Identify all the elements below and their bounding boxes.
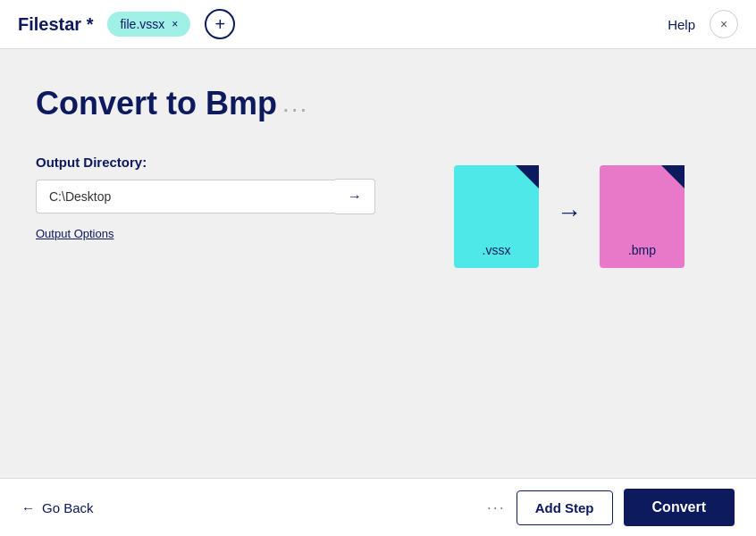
target-file-label: .bmp: [628, 243, 656, 257]
output-directory-browse-button[interactable]: →: [335, 179, 375, 214]
source-file-corner: [516, 165, 539, 188]
conversion-arrow: →: [557, 198, 582, 227]
arrow-icon: →: [557, 198, 582, 227]
target-file-corner: [661, 165, 685, 188]
main-content: Convert to Bmp ... Output Directory: → O…: [0, 49, 756, 478]
file-tab[interactable]: file.vssx ×: [107, 12, 190, 37]
add-step-button[interactable]: Add Step: [517, 490, 613, 525]
app-header: Filestar * file.vssx × + Help ×: [0, 0, 756, 49]
go-back-button[interactable]: ← Go Back: [21, 500, 94, 515]
close-icon: ×: [720, 17, 727, 31]
footer-right: ··· Add Step Convert: [487, 489, 735, 526]
go-back-label: Go Back: [42, 500, 94, 515]
output-section: Output Directory: → Output Options: [36, 155, 375, 240]
app-title: Filestar *: [18, 14, 93, 35]
footer: ← Go Back ··· Add Step Convert: [0, 478, 756, 536]
tab-close-icon[interactable]: ×: [172, 19, 178, 29]
close-button[interactable]: ×: [710, 10, 738, 38]
header-right: Help ×: [668, 10, 738, 38]
arrow-right-icon: →: [348, 188, 362, 205]
convert-button[interactable]: Convert: [624, 489, 735, 526]
tab-label: file.vssx: [120, 17, 164, 31]
header-left: Filestar * file.vssx × +: [18, 9, 235, 39]
page-title-text: Convert to Bmp: [36, 85, 277, 122]
help-link[interactable]: Help: [668, 17, 695, 32]
source-file-icon: .vssx: [454, 165, 539, 268]
conversion-visual: .vssx → .bmp: [454, 165, 685, 268]
back-arrow-icon: ←: [21, 500, 35, 515]
title-dots: ...: [282, 89, 308, 118]
more-options-dots[interactable]: ···: [487, 498, 506, 517]
source-file-label: .vssx: [483, 243, 511, 257]
target-file-icon: .bmp: [600, 165, 685, 268]
output-directory-row: →: [36, 179, 375, 214]
plus-icon: +: [214, 14, 225, 35]
page-title: Convert to Bmp ...: [36, 85, 720, 122]
output-options-link[interactable]: Output Options: [36, 227, 375, 240]
add-tab-button[interactable]: +: [205, 9, 235, 39]
output-directory-input[interactable]: [36, 180, 335, 214]
output-directory-label: Output Directory:: [36, 155, 375, 170]
